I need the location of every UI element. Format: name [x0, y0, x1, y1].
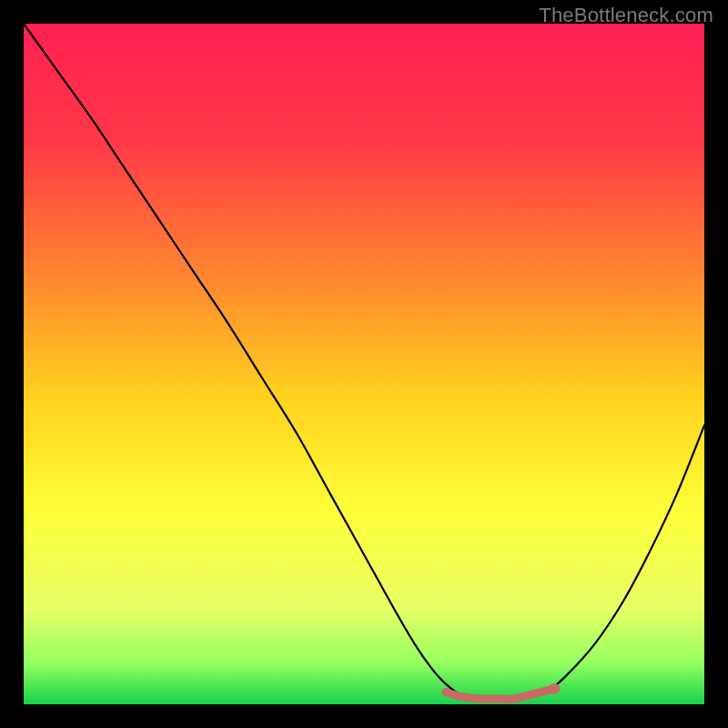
- bottleneck-chart: [24, 24, 704, 704]
- watermark-text: TheBottleneck.com: [539, 4, 713, 27]
- optimal-marker: [549, 683, 560, 694]
- gradient-background: [24, 24, 704, 704]
- chart-frame: [24, 24, 704, 704]
